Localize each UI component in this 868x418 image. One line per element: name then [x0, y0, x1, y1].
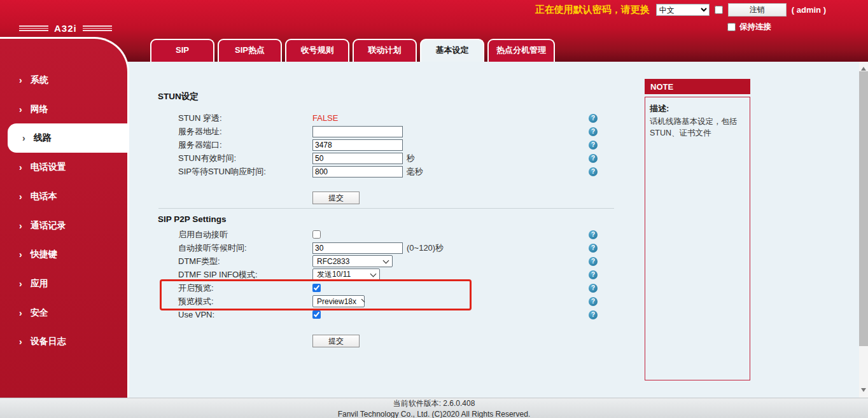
field-suffix: 秒 [407, 153, 415, 164]
field-label: STUN 穿透: [178, 113, 312, 124]
header-checkbox[interactable] [715, 6, 723, 14]
copyright: Fanvil Technology Co., Ltd. (C)2020 All … [338, 410, 531, 418]
help-icon[interactable] [589, 230, 598, 239]
help-icon[interactable] [589, 297, 598, 306]
form-row-use-vpn: Use VPN: [178, 308, 598, 321]
auto-answer-wait-input[interactable] [312, 242, 403, 254]
p2p-submit-button[interactable]: 提交 [312, 335, 360, 347]
sidebar-item-phonebook[interactable]: ›电话本 [0, 182, 127, 211]
sidebar-item-system[interactable]: ›系统 [0, 66, 127, 95]
default-password-warning: 正在使用默认密码，请更换 [535, 4, 650, 16]
tab-action-plan[interactable]: 联动计划 [353, 39, 417, 62]
field-label: STUN有效时间: [178, 153, 312, 164]
help-icon[interactable] [589, 244, 598, 253]
language-select[interactable]: 中文 [656, 4, 710, 16]
keep-connected-checkbox[interactable] [727, 23, 736, 31]
help-icon[interactable] [589, 141, 598, 150]
p2p-section-title: SIP P2P Settings [158, 214, 227, 224]
chevron-right-icon: › [19, 279, 22, 289]
server-port-input[interactable] [312, 139, 403, 151]
scrollbar[interactable] [859, 62, 868, 398]
software-version: 当前软件版本: 2.6.0.408 [393, 398, 475, 409]
help-icon[interactable] [589, 154, 598, 163]
auto-answer-checkbox[interactable] [312, 230, 321, 239]
selected-option-label: Preview18x [317, 297, 356, 306]
p2p-rows: 启用自动接听 自动接听等候时间: (0~120)秒 DTMF类型: RFC283… [178, 228, 598, 321]
footer: 当前软件版本: 2.6.0.408 Fanvil Technology Co.,… [0, 398, 868, 418]
tab-hotspot-ext-manage[interactable]: 热点分机管理 [487, 39, 555, 62]
chevron-right-icon: › [19, 337, 22, 347]
dtmf-sip-info-mode-select[interactable]: 发送10/11 [312, 268, 380, 281]
use-vpn-checkbox[interactable] [312, 310, 321, 319]
sidebar-item-function-key[interactable]: ›快捷键 [0, 240, 127, 269]
field-label: 自动接听等候时间: [178, 242, 312, 254]
note-panel-body: 描述: 话机线路基本设定，包括 STUN、证书文件 [645, 97, 750, 380]
note-panel-header: NOTE [645, 79, 750, 94]
note-desc-label: 描述: [650, 103, 745, 115]
admin-user-label: ( admin ) [792, 5, 826, 15]
field-label: 开启预览: [178, 282, 312, 294]
scrollbar-up-arrow-icon[interactable] [861, 64, 866, 71]
sidebar-item-call-logs[interactable]: ›通话记录 [0, 211, 127, 240]
keep-connected-row: 保持连接 [727, 22, 771, 32]
preview-mode-select[interactable]: Preview18x [312, 295, 365, 307]
sidebar: ›系统 ›网络 ›线路 ›电话设置 ›电话本 ›通话记录 ›快捷键 ›应用 ›安… [0, 37, 129, 398]
model-name: A32i [54, 23, 77, 34]
sidebar-nav: ›系统 ›网络 ›线路 ›电话设置 ›电话本 ›通话记录 ›快捷键 ›应用 ›安… [0, 66, 127, 356]
field-label: 预览模式: [178, 296, 312, 307]
chevron-right-icon: › [19, 192, 22, 202]
dtmf-type-select[interactable]: RFC2833 [312, 255, 393, 267]
tab-basic-settings[interactable]: 基本设定 [420, 39, 484, 62]
sip-stun-wait-input[interactable] [312, 166, 403, 178]
stun-effective-time-input[interactable] [312, 153, 403, 164]
logo: A32i [19, 23, 112, 34]
sidebar-item-label: 通话记录 [31, 220, 66, 232]
field-label: SIP等待STUN响应时间: [178, 166, 312, 178]
sidebar-item-device-log[interactable]: ›设备日志 [0, 328, 127, 357]
form-row-stun-penetrate: STUN 穿透: FALSE [178, 111, 598, 125]
sidebar-item-label: 电话设置 [31, 162, 66, 173]
field-label: DTMF SIP INFO模式: [178, 269, 312, 281]
help-icon[interactable] [589, 114, 598, 123]
server-address-input[interactable] [312, 126, 403, 137]
scrollbar-thumb[interactable] [859, 71, 868, 346]
sidebar-item-network[interactable]: ›网络 [0, 95, 127, 124]
sidebar-item-label: 安全 [31, 307, 48, 319]
enable-preview-checkbox[interactable] [312, 284, 321, 292]
help-icon[interactable] [589, 310, 598, 319]
tab-dial-plan[interactable]: 收号规则 [285, 39, 349, 62]
sidebar-item-label: 网络 [31, 104, 48, 115]
stun-submit-button[interactable]: 提交 [312, 192, 360, 204]
section-divider [158, 208, 614, 209]
help-icon[interactable] [589, 127, 598, 136]
selected-option-label: 发送10/11 [317, 269, 351, 280]
sidebar-item-application[interactable]: ›应用 [0, 269, 127, 298]
chevron-right-icon: › [19, 104, 22, 115]
field-label: Use VPN: [178, 310, 312, 319]
sidebar-item-line[interactable]: ›线路 [8, 123, 129, 153]
field-label: 启用自动接听 [178, 229, 312, 240]
form-row-dtmf-type: DTMF类型: RFC2833 [178, 254, 598, 268]
form-row-preview-mode: 预览模式: Preview18x [178, 295, 598, 308]
sidebar-item-phone-settings[interactable]: ›电话设置 [0, 153, 127, 182]
form-row-server-address: 服务器地址: [178, 125, 598, 138]
stun-rows: STUN 穿透: FALSE 服务器地址: 服务器端口: STUN有效时间: 秒… [178, 111, 598, 178]
chevron-down-icon [383, 257, 389, 263]
scrollbar-down-arrow-icon[interactable] [861, 388, 866, 394]
logo-speedlines-icon [83, 25, 112, 31]
help-icon[interactable] [589, 270, 598, 279]
sidebar-item-security[interactable]: ›安全 [0, 298, 127, 328]
form-row-enable-preview: 开启预览: [178, 281, 598, 295]
tab-sip[interactable]: SIP [150, 39, 214, 62]
help-icon[interactable] [589, 167, 598, 176]
tab-bar: SIP SIP热点 收号规则 联动计划 基本设定 热点分机管理 [150, 39, 555, 62]
form-row-sip-stun-wait: SIP等待STUN响应时间: 毫秒 [178, 165, 598, 178]
tab-sip-hotspot[interactable]: SIP热点 [218, 39, 282, 62]
chevron-right-icon: › [19, 221, 22, 231]
help-icon[interactable] [589, 284, 598, 293]
header-controls: 正在使用默认密码，请更换 中文 注销 ( admin ) [535, 3, 826, 17]
chevron-right-icon: › [19, 308, 22, 318]
help-icon[interactable] [589, 257, 598, 266]
field-suffix: 毫秒 [407, 166, 423, 178]
logout-button[interactable]: 注销 [728, 3, 787, 17]
